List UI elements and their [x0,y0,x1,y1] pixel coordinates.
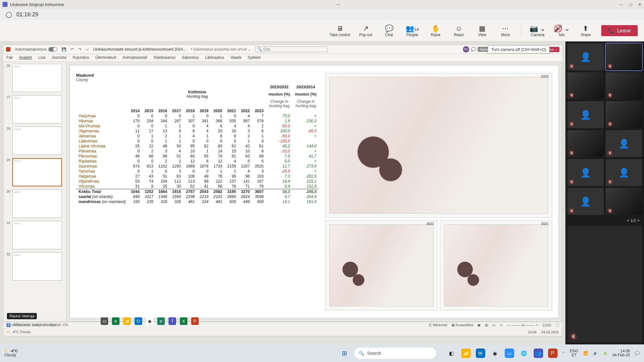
participant-tile[interactable]: 🔇 [606,72,642,99]
tray-chevron-icon[interactable]: ⌃ [562,351,565,355]
slide-thumb-28[interactable]: slide 28 [12,127,62,155]
outlook-icon[interactable]: ✉ [476,348,485,358]
participant-tile[interactable]: 👤🔇 [606,159,642,186]
ppt-tab-slaidiseanss[interactable]: Slaidiseanss [153,55,175,60]
participant-tile[interactable]: 🔇 [567,72,604,99]
ppt-search-input[interactable]: 🔍 Otsi [255,47,328,52]
save-icon[interactable]: 💾 [62,47,66,52]
hunting-table: 2023/20222023/2014KüttimineHunting bagmu… [76,85,319,204]
taskbar-weather[interactable]: ⛅ -4°C Cloudy [4,349,18,357]
participant-tile[interactable]: 🔇 [567,130,604,157]
ppt-tab-üleminekud[interactable]: Üleminekud [95,55,116,60]
view-normal-icon[interactable]: ▣ [477,323,480,327]
slide-thumb-31[interactable]: slide 31 [12,221,62,249]
fit-window-icon[interactable]: ⛶ [556,323,559,327]
meeting-timer: 01:16:29 [16,11,38,18]
map-large: 2023 [325,73,552,218]
ppt-tab-animatsioonid[interactable]: Animatsioonid [122,55,147,60]
participant-tile[interactable]: 👤🔇 [567,188,604,215]
ppt-tab-spikker[interactable]: Spikker [248,55,261,60]
battery-icon[interactable]: 🔋 [603,351,608,355]
notes-placeholder[interactable]: Märkmete lisamiseks tippige siia [14,322,68,327]
close-button[interactable]: ✕ [638,2,641,7]
pop-out-button[interactable]: ↗Pop out [358,25,373,37]
autosave-toggle[interactable]: Automaatsalvestus [15,47,57,52]
ppt-tab-vaade[interactable]: Vaade [230,55,242,60]
slide-thumb-27[interactable]: slide 27 [12,95,62,123]
camera-button[interactable]: 📷 ⌄Camera [530,25,546,37]
ppt-tab-läbivaatus[interactable]: Läbivaatus [205,55,224,60]
ppt-tab-avaleht[interactable]: Avaleht [19,55,32,60]
view-slideshow-icon[interactable]: ▱ [500,323,502,327]
participant-tile[interactable]: 👤🔇 [567,101,604,128]
user-avatar-icon[interactable]: RV [463,46,469,52]
start-button[interactable]: ⊞ [339,348,350,359]
map-year-label: 2021 [541,222,549,226]
teams-taskbar-icon[interactable]: 👥 [534,348,543,358]
mic-off-icon: 🎤🚫 ⌄ [554,25,570,33]
powerpoint-taskbar-icon[interactable]: P [548,348,558,358]
wifi-icon[interactable]: 📶 [583,351,588,355]
table-subtitle: County [76,78,319,82]
ppt-tab-kujundus[interactable]: Kujundus [73,55,89,60]
participant-tile[interactable]: 🔇 [606,188,642,215]
language-switcher[interactable]: ENGET [570,349,578,357]
slide-thumb-30[interactable]: slide 30 [12,189,62,218]
undo-icon[interactable]: ↶ [71,47,74,52]
window-more-icon[interactable]: ⋯ [336,2,341,7]
zoom-level[interactable]: 123% [542,323,551,327]
taskview-icon[interactable]: ◧ [447,348,456,358]
people-button[interactable]: 👥14People [405,25,420,37]
start-slideshow-icon[interactable]: ▱ [86,47,89,52]
taskbar-clock[interactable]: 14:0804-Feb-25 [613,349,630,357]
zoom-icon[interactable]: ▭ [505,348,514,358]
edge-icon[interactable]: 🌐 [519,348,529,358]
take-control-button[interactable]: 🖥Take control [330,25,350,37]
explorer-icon[interactable]: 📁 [461,348,471,358]
leave-button[interactable]: 📞Leave [601,25,638,36]
zoom-slider[interactable]: — ———⊙——— + [507,323,538,327]
raise-hand-button[interactable]: ✋Raise [428,25,443,37]
react-button[interactable]: ☺React [451,25,466,37]
slide-thumb-26[interactable]: slide 26 [12,64,62,92]
notifications-icon[interactable]: 💬 [635,351,640,355]
view-sorter-icon[interactable]: ▥ [485,323,488,327]
view-reading-icon[interactable]: ▭ [492,323,496,327]
ppt-tab-joonista[interactable]: Joonista [52,55,67,60]
taskbar-search[interactable]: 🔍Search [354,348,436,359]
view-button[interactable]: ▦View [475,25,490,37]
minimize-button[interactable]: — [619,2,623,7]
participant-tile[interactable]: 🔇 [606,43,642,70]
ppt-tab-salvestus[interactable]: Salvestus [182,55,199,60]
notes-button[interactable]: ☰ Märkmed [429,323,447,327]
self-video-tile[interactable]: 🔇 [567,226,642,343]
leave-icon: 📞 [608,28,614,34]
slide-thumb-29[interactable]: slide 29 [12,158,62,186]
map-year-label: 2023 [541,74,549,78]
participant-tile[interactable]: 👤🔇 [567,43,604,70]
slide-thumbnails[interactable]: 26slide 2627slide 2728slide 2829slide 29… [3,62,66,321]
participant-tile[interactable]: 🔇 [606,101,642,128]
participant-tile[interactable]: 👤🔇 [606,130,642,157]
map-year-label: 2022 [426,222,434,226]
redo-icon[interactable]: ↷ [78,47,81,52]
mic-button[interactable]: 🎤🚫 ⌄Mic [554,25,570,37]
chat-icon: 💬 [385,25,393,33]
windows-taskbar[interactable]: ⛅ -4°C Cloudy ⊞ 🔍Search ◧ 📁 ✉ ◉ ▭ 🌐 👥 P … [0,344,644,362]
display-settings-button[interactable]: ▦ Kuvavõtted [452,323,473,327]
chat-button[interactable]: 💬Chat [381,25,397,37]
participant-pager[interactable]: < 1/2 > [567,217,642,224]
tray-date-mini: 04.02.2025 [541,330,559,334]
ppt-tab-lisa[interactable]: Lisa [38,55,46,60]
teams-icon: T [169,317,176,325]
maximize-button[interactable]: ◻ [629,2,632,7]
comments-icon[interactable]: 💭 [471,47,476,52]
volume-icon[interactable]: 🔊 [593,351,598,355]
ppt-tab-fail[interactable]: Fail [6,55,13,60]
more-button[interactable]: ⋯More [498,25,513,37]
share-button[interactable]: ⬆Share [578,25,593,37]
chrome-icon[interactable]: ◉ [490,348,500,358]
slide-thumb-32[interactable]: slide 32 [12,252,62,281]
participant-tile[interactable]: 👤🔇 [567,159,604,186]
share-icon: ⬆ [583,25,588,33]
